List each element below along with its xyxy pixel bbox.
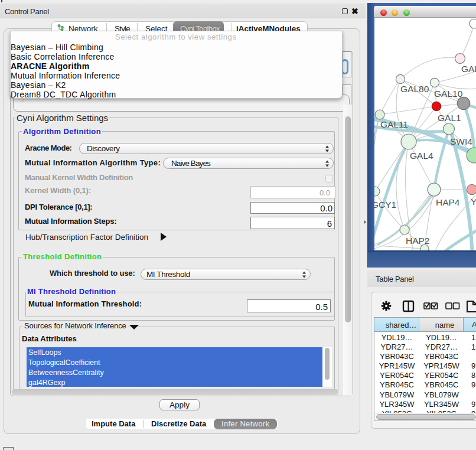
svg-text:GAL4: GAL4 bbox=[410, 151, 433, 161]
svg-text:GAL7: GAL7 bbox=[461, 64, 476, 74]
svg-text:HAP2: HAP2 bbox=[406, 236, 430, 246]
svg-text:GAL80: GAL80 bbox=[400, 84, 429, 94]
svg-text:GAL1: GAL1 bbox=[438, 113, 461, 123]
svg-text:HAP4: HAP4 bbox=[436, 197, 460, 207]
svg-text:GAL10: GAL10 bbox=[434, 89, 463, 99]
svg-text:Y: Y bbox=[471, 197, 476, 207]
svg-text:GAL11: GAL11 bbox=[380, 119, 408, 129]
svg-text:SWI4: SWI4 bbox=[450, 136, 472, 146]
svg-text:GCY1: GCY1 bbox=[374, 200, 396, 210]
